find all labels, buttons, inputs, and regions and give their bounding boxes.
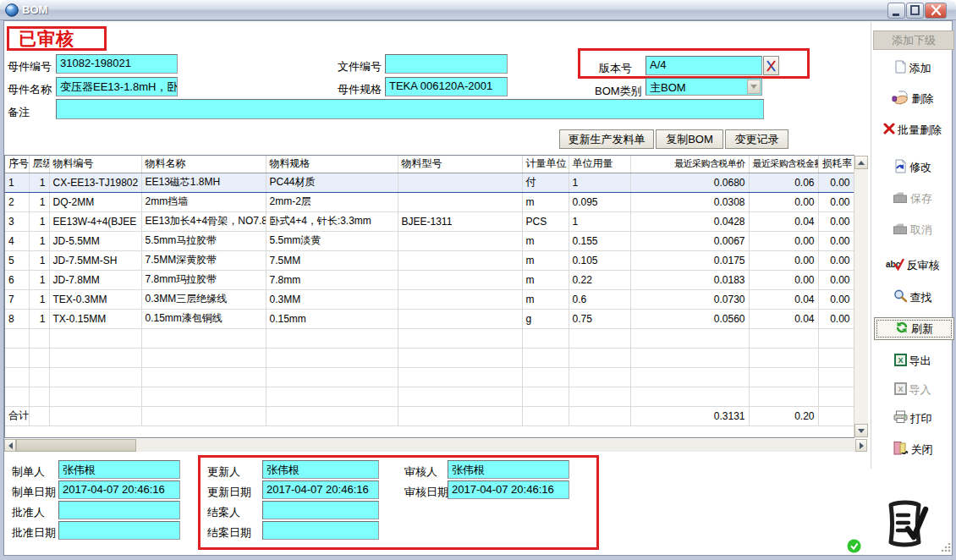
table-cell[interactable]: 0.6 bbox=[569, 289, 630, 309]
table-cell[interactable]: 1 bbox=[29, 270, 49, 289]
empty-row[interactable] bbox=[5, 328, 854, 348]
table-cell[interactable] bbox=[5, 387, 29, 406]
table-cell[interactable] bbox=[569, 406, 630, 425]
table-cell[interactable]: 7.5MM bbox=[266, 250, 398, 270]
table-cell[interactable]: m bbox=[522, 231, 569, 250]
approver-field[interactable] bbox=[58, 501, 180, 519]
table-cell[interactable] bbox=[141, 367, 266, 387]
table-cell[interactable] bbox=[266, 406, 398, 425]
table-cell[interactable]: 3 bbox=[5, 211, 29, 231]
table-cell[interactable]: PCS bbox=[522, 211, 569, 231]
table-cell[interactable]: 2mm-2层 bbox=[266, 192, 398, 211]
sidebar-item-batch-delete[interactable]: 批量删除 bbox=[871, 121, 953, 139]
column-header[interactable]: 层级 bbox=[29, 156, 49, 173]
sidebar-item-close[interactable]: 关闭 bbox=[871, 439, 953, 460]
table-cell[interactable] bbox=[569, 367, 630, 387]
table-cell[interactable] bbox=[141, 328, 266, 348]
empty-row[interactable] bbox=[5, 387, 854, 406]
table-cell[interactable]: 7.8mm bbox=[266, 270, 398, 289]
table-cell[interactable]: 1 bbox=[29, 231, 49, 250]
table-cell[interactable]: 0.04 bbox=[749, 211, 818, 231]
table-cell[interactable]: 1 bbox=[29, 289, 49, 309]
table-cell[interactable] bbox=[398, 250, 522, 270]
table-cell[interactable]: m bbox=[522, 289, 569, 309]
remark-field[interactable] bbox=[56, 99, 764, 119]
table-cell[interactable]: EE13W-4+4(BJEE bbox=[49, 211, 141, 231]
auditor-field[interactable]: 张伟根 bbox=[448, 460, 569, 479]
table-cell[interactable]: 0.155 bbox=[569, 231, 630, 250]
table-cell[interactable] bbox=[398, 309, 522, 328]
minimize-button[interactable] bbox=[887, 3, 905, 19]
table-cell[interactable]: 0.0067 bbox=[630, 231, 749, 250]
table-cell[interactable]: 8 bbox=[5, 309, 29, 328]
table-cell[interactable]: BJEE-1311 bbox=[398, 211, 522, 231]
table-cell[interactable]: 0.20 bbox=[749, 406, 818, 425]
table-cell[interactable] bbox=[5, 348, 29, 367]
table-row[interactable]: 11CX-EE13-TJ19802EE13磁芯1.8MHPC44材质付10.06… bbox=[5, 173, 854, 192]
table-cell[interactable] bbox=[49, 387, 141, 406]
table-cell[interactable]: 0.00 bbox=[818, 270, 854, 289]
vertical-scrollbar[interactable] bbox=[854, 156, 868, 437]
resize-grip[interactable] bbox=[940, 541, 951, 555]
table-row[interactable]: 81TX-0.15MM0.15mm漆包铜线0.15mmg0.750.05600.… bbox=[5, 309, 854, 328]
table-cell[interactable] bbox=[141, 387, 266, 406]
create-date-field[interactable]: 2017-04-07 20:46:16 bbox=[58, 480, 180, 499]
table-cell[interactable] bbox=[522, 387, 569, 406]
table-cell[interactable] bbox=[29, 387, 49, 406]
table-cell[interactable]: 0.0680 bbox=[630, 173, 749, 192]
sidebar-item-export[interactable]: X 导出 bbox=[871, 352, 953, 370]
table-cell[interactable] bbox=[49, 328, 141, 348]
column-header[interactable]: 计量单位 bbox=[522, 156, 569, 173]
table-cell[interactable]: 0.0308 bbox=[630, 192, 749, 211]
table-cell[interactable] bbox=[522, 348, 569, 367]
table-row[interactable]: 31EE13W-4+4(BJEEEE13加长4+4骨架，NO7.8卧式4+4，针… bbox=[5, 211, 854, 231]
table-cell[interactable] bbox=[5, 328, 29, 348]
table-row[interactable]: 41JD-5.5MM5.5mm马拉胶带5.5mm淡黄m0.1550.00670.… bbox=[5, 231, 854, 250]
table-cell[interactable] bbox=[569, 348, 630, 367]
table-cell[interactable]: 0.095 bbox=[569, 192, 630, 211]
table-cell[interactable]: 0.0730 bbox=[630, 289, 749, 309]
table-cell[interactable] bbox=[569, 328, 630, 348]
table-cell[interactable]: 0.00 bbox=[818, 231, 854, 250]
audit-date-field[interactable]: 2017-04-07 20:46:16 bbox=[448, 480, 569, 499]
table-cell[interactable] bbox=[266, 328, 398, 348]
column-header[interactable]: 最近采购含税金额 bbox=[749, 156, 818, 173]
table-cell[interactable] bbox=[141, 406, 266, 425]
change-record-button[interactable]: 变更记录 bbox=[725, 129, 788, 149]
table-cell[interactable]: 0.00 bbox=[818, 211, 854, 231]
updater-field[interactable]: 张伟根 bbox=[262, 460, 379, 479]
table-cell[interactable]: g bbox=[522, 309, 569, 328]
horizontal-scrollbar[interactable] bbox=[4, 439, 867, 452]
table-cell[interactable] bbox=[398, 387, 522, 406]
table-cell[interactable]: 5.5mm淡黄 bbox=[266, 231, 398, 250]
table-cell[interactable] bbox=[818, 367, 854, 387]
scroll-left-button[interactable] bbox=[4, 439, 16, 452]
document-number-field[interactable] bbox=[385, 54, 508, 74]
approve-date-field[interactable] bbox=[58, 521, 180, 540]
table-cell[interactable] bbox=[522, 328, 569, 348]
creator-field[interactable]: 张伟根 bbox=[58, 460, 180, 479]
table-cell[interactable] bbox=[29, 328, 49, 348]
table-cell[interactable]: 0.00 bbox=[818, 250, 854, 270]
table-cell[interactable]: 5 bbox=[5, 250, 29, 270]
table-cell[interactable]: 0.00 bbox=[818, 173, 854, 192]
table-cell[interactable] bbox=[398, 173, 522, 192]
sidebar-item-add[interactable]: 添加 bbox=[871, 59, 953, 77]
table-cell[interactable]: CX-EE13-TJ19802 bbox=[49, 173, 141, 192]
table-cell[interactable] bbox=[749, 387, 818, 406]
table-cell[interactable]: 7.5MM深黄胶带 bbox=[141, 250, 266, 270]
sidebar-item-unaudit[interactable]: abc 反审核 bbox=[871, 256, 953, 274]
scroll-down-button[interactable] bbox=[854, 424, 868, 437]
table-cell[interactable] bbox=[398, 406, 522, 425]
table-cell[interactable]: JD-7.5MM-SH bbox=[49, 250, 141, 270]
table-cell[interactable]: 0.00 bbox=[749, 270, 818, 289]
table-cell[interactable] bbox=[398, 270, 522, 289]
table-cell[interactable]: 0.00 bbox=[749, 231, 818, 250]
table-cell[interactable] bbox=[49, 348, 141, 367]
table-cell[interactable]: 0.3131 bbox=[630, 406, 749, 425]
chevron-down-icon[interactable] bbox=[747, 80, 761, 94]
table-cell[interactable]: EE13加长4+4骨架，NO7.8 bbox=[141, 211, 266, 231]
table-cell[interactable]: 1 bbox=[569, 173, 630, 192]
scroll-right-button[interactable] bbox=[855, 439, 867, 452]
table-cell[interactable]: 付 bbox=[522, 173, 569, 192]
